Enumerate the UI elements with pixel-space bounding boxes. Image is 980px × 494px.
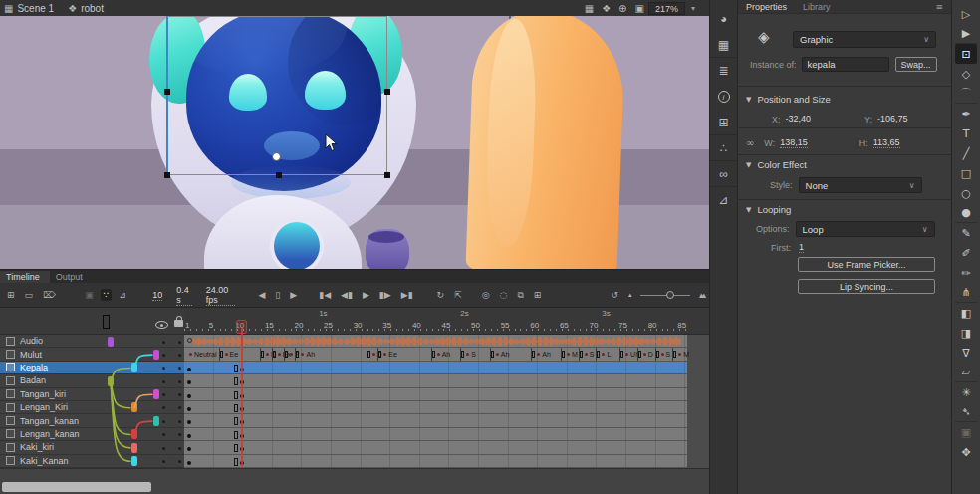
viseme-empty-keyframe[interactable]	[220, 351, 223, 358]
clip-range-button[interactable]: ⇱	[451, 289, 465, 301]
viseme-empty-keyframe[interactable]	[368, 351, 370, 358]
viseme-empty-keyframe[interactable]	[562, 351, 565, 358]
tab-library[interactable]: Library	[795, 2, 839, 12]
frame-row-Kaki_kiri[interactable]	[184, 441, 687, 454]
viseme-keyframe-dot[interactable]	[278, 353, 281, 356]
viseme-empty-keyframe[interactable]	[432, 351, 435, 358]
viseme-empty-keyframe[interactable]	[656, 351, 659, 358]
pen-tool[interactable]: ✒	[955, 104, 977, 124]
stage-canvas[interactable]	[0, 16, 709, 269]
loop-options-dropdown[interactable]: Loop ∨	[796, 221, 935, 237]
pencil-tool[interactable]: ✎	[955, 223, 977, 243]
robot-hand-object[interactable]	[366, 229, 409, 269]
selection-handle-right[interactable]	[384, 89, 390, 95]
art-brush-tool[interactable]: ✐	[955, 243, 977, 263]
viseme-empty-keyframe[interactable]	[580, 351, 583, 358]
lip-syncing-button[interactable]: Lip Syncing...	[798, 279, 935, 294]
polystar-tool[interactable]: ●	[955, 203, 977, 223]
brush-library-panel-icon[interactable]: ∴	[710, 135, 737, 161]
viseme-keyframe-dot[interactable]	[496, 353, 499, 356]
camera-button[interactable]: ▣	[82, 289, 97, 301]
current-frame-value[interactable]: 10	[152, 290, 162, 301]
playhead-back-button[interactable]: ◀	[255, 289, 268, 301]
frames-area[interactable]: 15101520253035404550556065707580851s2s3s…	[184, 308, 709, 468]
align-panel-icon[interactable]: ≣	[710, 58, 737, 84]
edit-scene-icon[interactable]: ▦	[585, 3, 594, 14]
timeline-zoom-in-icon[interactable]: ▴▴	[696, 289, 707, 301]
frame-row-Mulut[interactable]: NeutralEeDExFAhDEeAhSAhAhMSLUhDSM	[184, 348, 687, 361]
clip-content-icon[interactable]: ▣	[635, 3, 644, 14]
position-size-section-header[interactable]: ▼ Position and Size	[738, 94, 951, 105]
w-value[interactable]: 138,15	[780, 137, 808, 148]
onion-skin-button[interactable]: ◎	[479, 289, 493, 301]
viseme-keyframe-dot[interactable]	[266, 353, 269, 356]
keyframe-dot[interactable]	[187, 394, 191, 398]
play-button[interactable]: ▶	[360, 289, 372, 301]
viseme-keyframe-dot[interactable]	[625, 353, 628, 356]
keyframe-dot[interactable]	[187, 368, 191, 371]
style-dropdown[interactable]: None ∨	[799, 177, 922, 193]
reset-timeline-zoom-icon[interactable]: ↺	[608, 289, 621, 301]
viseme-keyframe-dot[interactable]	[383, 353, 386, 356]
frame-row-Tangan_kanan[interactable]	[184, 414, 687, 427]
playhead-marker-button[interactable]: ▯	[272, 289, 283, 301]
viseme-keyframe-dot[interactable]	[372, 353, 375, 356]
next-frame-button[interactable]: ▮▶	[376, 289, 394, 301]
bone-tool[interactable]: ⋔	[955, 283, 977, 303]
selection-handle-bottom-left[interactable]	[164, 172, 170, 178]
first-frame-button[interactable]: ▮◀	[316, 289, 334, 301]
frame-row-Tangan_kiri[interactable]	[184, 388, 687, 401]
empty-keyframe[interactable]	[234, 417, 238, 425]
modify-markers-button[interactable]: ⊞	[531, 289, 545, 301]
keyframe-dot[interactable]	[187, 461, 191, 465]
free-transform-tool[interactable]: ⊡	[955, 44, 977, 64]
timeline-zoom-slider-knob[interactable]	[666, 291, 674, 299]
looping-section-header[interactable]: ▼ Looping	[738, 204, 951, 215]
playhead-forward-button[interactable]: ▶	[287, 289, 300, 301]
viseme-keyframe-dot[interactable]	[678, 353, 681, 356]
empty-keyframe[interactable]	[234, 404, 238, 412]
eyedropper-tool[interactable]: ∇	[955, 343, 977, 363]
swap-button[interactable]: Swap...	[895, 57, 937, 72]
asset-warp-tool[interactable]: ✳	[955, 382, 977, 402]
new-layer-button[interactable]: ⊞	[4, 289, 18, 301]
x-value[interactable]: -32,40	[786, 114, 812, 124]
prev-frame-button[interactable]: ◀▮	[338, 289, 356, 301]
hand-tool[interactable]: ✥	[955, 442, 977, 462]
viseme-keyframe-dot[interactable]	[466, 353, 469, 356]
horizontal-scrollbar[interactable]	[2, 482, 151, 492]
info-panel-icon[interactable]: i	[710, 84, 737, 110]
rectangle-tool[interactable]: □	[955, 163, 977, 183]
viseme-empty-keyframe[interactable]	[620, 351, 623, 358]
tab-properties[interactable]: Properties	[738, 2, 795, 12]
selection-handle-bottom-center[interactable]	[276, 172, 282, 178]
instance-name-field[interactable]: kepala	[802, 57, 889, 72]
viseme-empty-keyframe[interactable]	[378, 351, 381, 358]
viseme-empty-keyframe[interactable]	[273, 351, 276, 358]
frame-row-Kaki_Kanan[interactable]	[184, 455, 687, 468]
viseme-keyframe-dot[interactable]	[189, 353, 192, 356]
keyframe-dot[interactable]	[187, 420, 191, 424]
stage-zoom-chevron-icon[interactable]: ▾	[691, 4, 695, 13]
keyframe-dot[interactable]	[187, 407, 191, 411]
viseme-empty-keyframe[interactable]	[638, 351, 641, 358]
empty-keyframe[interactable]	[234, 365, 238, 372]
parenting-view-button[interactable]: ∵	[101, 289, 113, 301]
gradient-transform-tool[interactable]: ◇	[955, 64, 977, 84]
viseme-keyframe-dot[interactable]	[301, 353, 304, 356]
viseme-empty-keyframe[interactable]	[261, 351, 264, 358]
lock-all-icon[interactable]	[174, 320, 183, 327]
eraser-tool[interactable]: ▱	[955, 363, 977, 382]
y-value[interactable]: -106,75	[877, 114, 908, 124]
viseme-empty-keyframe[interactable]	[491, 351, 494, 358]
paint-bucket-tool[interactable]: ◧	[955, 303, 977, 323]
viseme-empty-keyframe[interactable]	[285, 351, 288, 358]
last-frame-button[interactable]: ▶▮	[398, 289, 416, 301]
pin-tool[interactable]: ➴	[955, 402, 977, 422]
color-effect-section-header[interactable]: ▼ Color Effect	[738, 159, 951, 170]
orange-character-limb[interactable]	[465, 16, 625, 269]
symbol-behavior-dropdown[interactable]: Graphic ∨	[793, 31, 936, 48]
text-tool[interactable]: T	[955, 124, 977, 143]
selection-tool[interactable]: ▷	[955, 4, 977, 24]
loop-playback-button[interactable]: ↻	[434, 289, 448, 301]
